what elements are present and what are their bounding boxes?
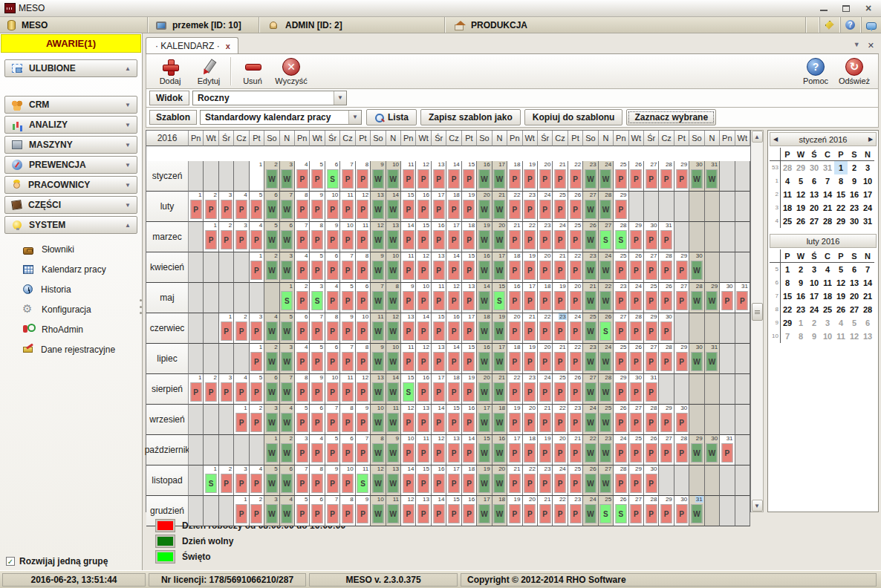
day-cell[interactable]: 26P (629, 344, 644, 374)
day-cell[interactable]: 15S (401, 374, 416, 405)
day-cell[interactable]: 29P (659, 405, 674, 435)
day-cell[interactable]: 26P (644, 435, 659, 466)
mini-day[interactable]: 12 (848, 330, 861, 343)
day-cell[interactable] (629, 192, 644, 222)
mini-day[interactable]: 30 (807, 161, 821, 174)
day-cell[interactable]: 13P (462, 283, 477, 313)
day-cell[interactable]: 25P (553, 374, 568, 405)
day-cell[interactable]: 5P (340, 283, 355, 313)
day-cell[interactable]: 25P (629, 435, 644, 466)
sidebar-group-crm[interactable]: CRM▼ (4, 96, 137, 114)
mini-day[interactable]: 13 (861, 330, 874, 343)
day-cell[interactable]: 12P (356, 374, 371, 405)
expand-one-group-checkbox[interactable]: ✓ (6, 557, 15, 566)
mini-day[interactable]: 29 (781, 316, 794, 330)
mini-day[interactable]: 25 (821, 303, 834, 316)
day-cell[interactable]: 1 (250, 161, 264, 192)
day-cell[interactable] (189, 222, 204, 252)
day-cell[interactable] (250, 435, 264, 466)
day-cell[interactable]: 8P (356, 252, 371, 283)
day-cell[interactable]: 6P (340, 435, 355, 466)
day-cell[interactable]: 4W (280, 405, 295, 435)
chat-button[interactable] (860, 17, 881, 33)
day-cell[interactable]: 30P (644, 222, 659, 252)
day-cell[interactable]: 21P (553, 344, 568, 374)
day-cell[interactable] (689, 374, 704, 405)
day-cell[interactable] (189, 435, 204, 466)
day-cell[interactable]: 28P (629, 313, 644, 344)
day-cell[interactable] (705, 313, 720, 344)
day-cell[interactable]: 3P (219, 374, 234, 405)
day-cell[interactable]: 30W (705, 435, 720, 466)
day-cell[interactable]: 31P (720, 435, 735, 466)
mini-day[interactable]: 31 (821, 161, 834, 174)
day-cell[interactable]: 30P (674, 496, 689, 526)
day-cell[interactable] (204, 283, 218, 313)
maximize-button[interactable] (838, 2, 854, 14)
day-cell[interactable]: 30W (689, 344, 704, 374)
day-cell[interactable]: 29P (629, 466, 644, 496)
day-cell[interactable] (720, 496, 735, 526)
day-cell[interactable]: 8P (356, 344, 371, 374)
day-cell[interactable]: 15S (492, 283, 507, 313)
day-cell[interactable]: 29W (705, 283, 720, 313)
day-cell[interactable]: 14W (386, 192, 401, 222)
day-cell[interactable]: 19P (523, 252, 538, 283)
day-cell[interactable]: 15P (432, 313, 446, 344)
day-cell[interactable]: 29P (674, 252, 689, 283)
day-cell[interactable]: 12W (371, 222, 386, 252)
day-cell[interactable] (204, 313, 218, 344)
day-cell[interactable] (659, 192, 674, 222)
day-cell[interactable]: 12P (356, 192, 371, 222)
day-cell[interactable]: 18W (477, 313, 492, 344)
day-cell[interactable]: 24P (553, 466, 568, 496)
day-cell[interactable]: 18P (507, 161, 522, 192)
mini-day[interactable]: 25 (781, 215, 794, 228)
day-cell[interactable]: 3W (264, 405, 279, 435)
day-cell[interactable]: 27P (674, 283, 689, 313)
day-cell[interactable]: 5P (310, 252, 325, 283)
mini-day[interactable]: 15 (781, 290, 794, 303)
day-cell[interactable]: 17W (492, 252, 507, 283)
lista-button[interactable]: Lista (366, 109, 417, 125)
mini-day[interactable]: 20 (848, 290, 861, 303)
day-cell[interactable]: 24W (583, 405, 598, 435)
day-cell[interactable]: 30W (689, 252, 704, 283)
day-cell[interactable]: 21W (583, 283, 598, 313)
day-cell[interactable]: 3P (250, 313, 264, 344)
day-cell[interactable]: 23W (583, 252, 598, 283)
day-cell[interactable]: 21P (507, 466, 522, 496)
day-cell[interactable]: 28P (659, 161, 674, 192)
day-cell[interactable]: 31P (644, 374, 659, 405)
day-cell[interactable]: 19W (492, 313, 507, 344)
day-cell[interactable] (674, 374, 689, 405)
wyczyść-button[interactable]: ✕Wyczyść (272, 56, 311, 87)
mini-day[interactable]: 14 (821, 188, 834, 201)
day-cell[interactable]: 13P (416, 496, 431, 526)
day-cell[interactable]: 16P (462, 496, 477, 526)
mini-day[interactable]: 11 (781, 188, 794, 201)
day-cell[interactable]: 23P (538, 466, 553, 496)
day-cell[interactable]: 13P (432, 161, 446, 192)
day-cell[interactable] (735, 496, 750, 526)
day-cell[interactable] (735, 435, 750, 466)
day-cell[interactable]: 21P (523, 313, 538, 344)
day-cell[interactable]: 13W (386, 222, 401, 252)
day-cell[interactable]: 9P (401, 283, 416, 313)
day-cell[interactable]: 10P (401, 435, 416, 466)
chevron-down-icon[interactable]: ▼ (334, 91, 346, 105)
day-cell[interactable]: 26W (583, 222, 598, 252)
sidebar-group-prewencja[interactable]: PREWENCJA▼ (4, 156, 137, 174)
day-cell[interactable]: 11P (340, 374, 355, 405)
day-cell[interactable]: 26P (614, 405, 628, 435)
day-cell[interactable]: 2P (234, 313, 249, 344)
day-cell[interactable]: 3P (234, 466, 249, 496)
day-cell[interactable]: 16W (492, 435, 507, 466)
day-cell[interactable]: 20P (507, 313, 522, 344)
day-cell[interactable]: 24P (629, 283, 644, 313)
day-cell[interactable]: 29P (674, 344, 689, 374)
day-cell[interactable]: 22P (507, 374, 522, 405)
day-cell[interactable] (219, 161, 234, 192)
mini-day[interactable]: 7 (821, 174, 834, 188)
day-cell[interactable] (720, 192, 735, 222)
